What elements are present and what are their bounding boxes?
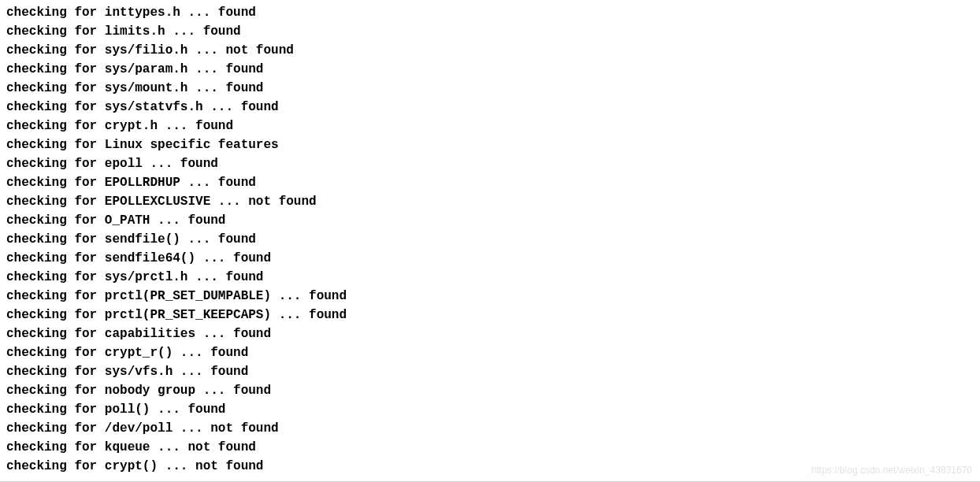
terminal-line: checking for EPOLLEXCLUSIVE ... not foun… bbox=[6, 192, 974, 211]
terminal-line: checking for sys/param.h ... found bbox=[6, 60, 974, 79]
terminal-line: checking for O_PATH ... found bbox=[6, 211, 974, 230]
terminal-line: checking for limits.h ... found bbox=[6, 22, 974, 41]
terminal-line: checking for sys/mount.h ... found bbox=[6, 79, 974, 98]
terminal-line: checking for /dev/poll ... not found bbox=[6, 419, 974, 438]
terminal-line: checking for sendfile() ... found bbox=[6, 230, 974, 249]
terminal-line: checking for EPOLLRDHUP ... found bbox=[6, 173, 974, 192]
terminal-line: checking for crypt.h ... found bbox=[6, 117, 974, 135]
terminal-line: checking for epoll ... found bbox=[6, 154, 974, 173]
terminal-line: checking for sendfile64() ... found bbox=[6, 249, 974, 268]
terminal-line: checking for nobody group ... found bbox=[6, 381, 974, 400]
terminal-line: checking for crypt_r() ... found bbox=[6, 343, 974, 362]
terminal-line: checking for sys/filio.h ... not found bbox=[6, 41, 974, 60]
terminal-line: checking for sys/statvfs.h ... found bbox=[6, 98, 974, 117]
terminal-line: checking for inttypes.h ... found bbox=[6, 3, 974, 22]
terminal-line: checking for Linux specific features bbox=[6, 135, 974, 154]
terminal-output: checking for inttypes.h ... foundcheckin… bbox=[6, 3, 974, 476]
terminal-line: checking for capabilities ... found bbox=[6, 324, 974, 343]
watermark-text: https://blog.csdn.net/weixin_43831670 bbox=[811, 463, 972, 477]
terminal-line: checking for prctl(PR_SET_DUMPABLE) ... … bbox=[6, 287, 974, 306]
terminal-line: checking for prctl(PR_SET_KEEPCAPS) ... … bbox=[6, 306, 974, 324]
terminal-line: checking for kqueue ... not found bbox=[6, 438, 974, 457]
terminal-line: checking for sys/prctl.h ... found bbox=[6, 268, 974, 287]
terminal-line: checking for sys/vfs.h ... found bbox=[6, 362, 974, 381]
terminal-line: checking for poll() ... found bbox=[6, 400, 974, 419]
